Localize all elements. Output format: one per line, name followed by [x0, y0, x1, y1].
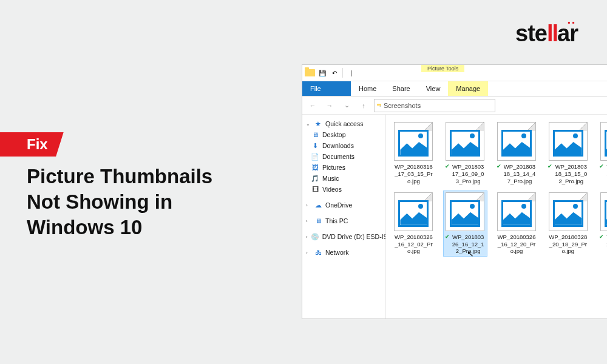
sidebar-item-music[interactable]: 🎵Music	[302, 173, 385, 184]
file-item[interactable]: ✔WP_20180318_13_15_02_Pro.jpg	[546, 121, 589, 186]
generic-image-icon	[600, 122, 607, 161]
logo-text-ll: ll	[547, 21, 557, 46]
chevron-right-icon: ›	[306, 203, 311, 208]
downloads-icon: ⬇	[311, 141, 319, 150]
chevron-down-icon: ⌄	[306, 121, 311, 127]
documents-icon: 📄	[311, 152, 319, 161]
file-item[interactable]: WP_20180328_20_18_29_Pro.jpg	[546, 191, 589, 257]
file-name: WP_20180317_16_09_03_Pro.jpg	[451, 163, 486, 185]
sidebar-dvd-drive[interactable]: ›💿DVD Drive (D:) ESD-IS	[302, 231, 385, 242]
sidebar-label: Quick access	[325, 120, 363, 127]
videos-icon: 🎞	[311, 185, 319, 194]
fix-badge: Fix	[0, 132, 64, 157]
tab-share[interactable]: Share	[384, 81, 418, 96]
star-icon: ★	[314, 120, 322, 128]
nav-back-button[interactable]: ←	[306, 99, 319, 112]
sidebar-network[interactable]: ›🖧Network	[302, 247, 385, 258]
sidebar-item-downloads[interactable]: ⬇Downloads	[302, 140, 385, 151]
undo-icon[interactable]: ↶	[329, 68, 339, 78]
sync-check-icon: ✔	[599, 234, 604, 240]
sidebar-onedrive[interactable]: ›☁OneDrive	[302, 200, 385, 211]
sync-check-icon: ✔	[445, 164, 450, 169]
cloud-icon: ☁	[314, 201, 322, 209]
sidebar-this-pc[interactable]: ›🖥This PC	[302, 215, 385, 226]
file-name: WP_20180326_16_12_20_Pro.jpg	[497, 234, 537, 255]
titlebar: 💾 ↶ | Picture Tools	[302, 65, 607, 81]
file-item[interactable]: ✔WP_20180318_19_35_22_Pro.jpg	[598, 121, 607, 186]
qat-customize-icon[interactable]: |	[346, 68, 356, 78]
disc-icon: 💿	[311, 232, 319, 241]
file-name: WP_20180328_20_18_29_Pro.jpg	[548, 234, 588, 255]
generic-image-icon	[394, 122, 433, 161]
tab-file[interactable]: File	[302, 81, 351, 96]
sidebar-quick-access[interactable]: ⌄ ★ Quick access	[302, 118, 385, 129]
file-item[interactable]: ✔WP_20180317_16_09_03_Pro.jpg	[444, 121, 487, 186]
nav-recent-button[interactable]: ⌄	[340, 99, 353, 112]
nav-forward-button[interactable]: →	[323, 99, 336, 112]
logo-dots-icon: ▪▪	[568, 18, 577, 27]
generic-image-icon	[497, 192, 536, 231]
chevron-right-icon: ›	[306, 250, 311, 255]
file-item-selected[interactable]: ✔WP_20180326_16_12_12_Pro.jpg	[444, 191, 487, 257]
sidebar-item-pictures[interactable]: 🖼Pictures	[302, 162, 385, 173]
sidebar-item-videos[interactable]: 🎞Videos	[302, 184, 385, 195]
generic-image-icon	[600, 192, 607, 231]
file-name: WP_20180326_16_12_12_Pro.jpg	[451, 234, 486, 255]
breadcrumb-location[interactable]: Screenshots	[384, 102, 421, 109]
generic-image-icon	[394, 192, 433, 231]
address-bar: ← → ⌄ ↑ › Screenshots	[302, 96, 607, 115]
sidebar-label: Downloads	[322, 142, 354, 149]
sidebar-label: Desktop	[322, 131, 346, 138]
file-explorer-window: 💾 ↶ | Picture Tools File Home Share View…	[302, 64, 607, 319]
sidebar-label: Network	[325, 249, 349, 256]
music-icon: 🎵	[311, 174, 319, 183]
sidebar-label: Videos	[322, 186, 342, 193]
address-field[interactable]: › Screenshots	[374, 99, 495, 112]
contextual-tool-tab: Picture Tools	[421, 65, 464, 72]
generic-image-icon	[497, 122, 536, 161]
sync-check-icon: ✔	[599, 164, 604, 169]
generic-image-icon	[446, 122, 484, 161]
file-item[interactable]: ✔WP_20180318_13_14_47_Pro.jpg	[495, 121, 538, 186]
file-name: WP_20180316_17_03_15_Pro.jpg	[393, 163, 434, 185]
chevron-right-icon: ›	[306, 234, 308, 240]
file-row: WP_20180326_16_12_02_Pro.jpg ✔WP_2018032…	[392, 191, 607, 257]
sidebar-item-documents[interactable]: 📄Documents	[302, 151, 385, 162]
file-item[interactable]: WP_20180326_16_12_20_Pro.jpg	[495, 191, 538, 257]
network-icon: 🖧	[314, 248, 322, 257]
pictures-icon: 🖼	[311, 163, 319, 172]
chevron-right-icon: ›	[306, 218, 311, 224]
sidebar-label: This PC	[325, 217, 348, 224]
file-row: WP_20180316_17_03_15_Pro.jpg ✔WP_2018031…	[392, 121, 607, 186]
file-item[interactable]: ✔WP_20180328_20_18_35_Pro.jpg	[598, 191, 607, 257]
tab-manage[interactable]: Manage	[448, 81, 488, 96]
sidebar-label: OneDrive	[325, 201, 352, 209]
navigation-sidebar: ⌄ ★ Quick access 🖥Desktop ⬇Downloads 📄Do…	[302, 115, 386, 318]
folder-app-icon	[305, 68, 315, 78]
file-grid[interactable]: WP_20180316_17_03_15_Pro.jpg ✔WP_2018031…	[386, 115, 607, 318]
generic-image-icon	[446, 192, 484, 231]
sync-check-icon: ✔	[445, 234, 450, 240]
sync-check-icon: ✔	[548, 164, 552, 169]
brand-logo: ▪▪ stellar	[515, 21, 578, 47]
file-item[interactable]: WP_20180316_17_03_15_Pro.jpg	[392, 121, 435, 186]
logo-text-pre: ste	[515, 21, 547, 46]
tab-view[interactable]: View	[418, 81, 449, 96]
sidebar-label: Music	[322, 175, 339, 182]
ribbon-tabs: File Home Share View Manage	[302, 81, 607, 96]
file-name: WP_20180318_13_14_47_Pro.jpg	[503, 163, 537, 185]
sidebar-label: Documents	[322, 153, 354, 160]
nav-up-button[interactable]: ↑	[357, 99, 370, 112]
desktop-icon: 🖥	[311, 130, 319, 139]
save-icon[interactable]: 💾	[317, 68, 327, 78]
sidebar-label: Pictures	[322, 164, 345, 171]
sidebar-item-desktop[interactable]: 🖥Desktop	[302, 129, 385, 140]
generic-image-icon	[549, 122, 588, 161]
file-name: WP_20180318_13_15_02_Pro.jpg	[554, 163, 588, 185]
sync-check-icon: ✔	[497, 164, 501, 169]
pc-icon: 🖥	[314, 217, 322, 225]
tab-home[interactable]: Home	[351, 81, 384, 96]
headline-title: Picture Thumbnails Not Showing in Window…	[27, 164, 237, 241]
file-item[interactable]: WP_20180326_16_12_02_Pro.jpg	[392, 191, 435, 257]
qat-divider	[342, 68, 343, 78]
